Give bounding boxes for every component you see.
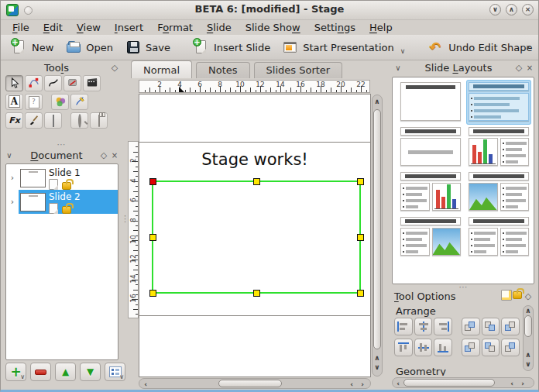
stamp-tool-button[interactable] — [64, 75, 81, 91]
move-down-button[interactable]: ▼ — [80, 363, 101, 381]
note-icon[interactable] — [501, 290, 512, 304]
toolbar-overflow-arrow[interactable]: › — [526, 41, 535, 53]
scroll-left-arrow[interactable]: ‹ — [393, 380, 403, 387]
layout-title-subtitle[interactable] — [399, 126, 462, 169]
send-backward-button[interactable] — [462, 339, 480, 356]
selection-handle[interactable] — [357, 290, 364, 297]
text-tool-button[interactable]: A — [5, 94, 23, 110]
float-docker-icon[interactable]: ◇ — [513, 63, 524, 74]
new-button[interactable]: +New — [5, 37, 60, 57]
menu-item-slide[interactable]: Slide — [200, 21, 239, 34]
collapse-docker-icon[interactable]: ∨ — [393, 63, 403, 74]
menu-item-format[interactable]: Format — [150, 21, 200, 34]
menu-item-settings[interactable]: Settings — [307, 21, 362, 34]
zoom-tool-button[interactable] — [70, 112, 88, 129]
align-bottom-button[interactable] — [434, 339, 452, 356]
insert-slide-button[interactable]: +Insert Slide — [187, 37, 276, 57]
slide-row-body[interactable]: Slide 1 — [19, 166, 118, 190]
pointer-tool-button[interactable] — [5, 75, 23, 91]
layout-title-bullets[interactable] — [467, 81, 530, 124]
effects-tool-button[interactable]: Fx — [5, 112, 23, 129]
horizontal-scroll-thumb[interactable] — [403, 379, 495, 387]
layout-title-only[interactable] — [399, 81, 462, 124]
layout-title-bullets-chart[interactable] — [399, 170, 462, 214]
vertical-scroll-thumb[interactable] — [373, 109, 381, 349]
add-slide-button[interactable]: +∨ — [5, 363, 26, 381]
view-mode-button[interactable]: ∨ — [105, 363, 125, 381]
tool-options-vertical-scrollbar[interactable]: ∧ ∧ ∨ — [523, 305, 534, 371]
tab-slides-sorter[interactable]: Slides Sorter — [254, 62, 343, 78]
open-button[interactable]: Open — [60, 37, 119, 57]
close-docker-icon[interactable]: × — [109, 150, 120, 161]
align-center-v-button[interactable] — [414, 339, 433, 356]
align-right-button[interactable] — [434, 318, 452, 335]
close-button[interactable]: × — [522, 4, 534, 15]
layout-title-bullets-image[interactable] — [399, 215, 462, 259]
ink-pen-tool-button[interactable] — [70, 94, 88, 110]
tool-options-horizontal-scrollbar[interactable]: ‹ ‹ › — [392, 377, 534, 388]
scroll-right-arrow[interactable]: › — [358, 380, 367, 388]
close-docker-icon[interactable]: × — [524, 63, 535, 74]
selection-handle[interactable] — [253, 178, 260, 185]
bring-to-front-button[interactable] — [482, 318, 500, 335]
expander-icon[interactable]: › — [6, 166, 19, 190]
scroll-up-arrow[interactable]: ∧ — [524, 351, 533, 359]
menu-item-file[interactable]: File — [5, 21, 36, 34]
slide-row-body[interactable]: Slide 2 — [19, 190, 118, 214]
dropdown-arrow-icon[interactable]: ∨ — [20, 373, 25, 380]
save-button[interactable]: Save — [119, 37, 177, 57]
menu-item-slide-show[interactable]: Slide Show — [239, 21, 307, 34]
layout-title-two-bullets[interactable] — [467, 215, 530, 259]
selected-shape-outline[interactable] — [152, 181, 361, 294]
delete-slide-button[interactable] — [30, 363, 51, 381]
menu-item-insert[interactable]: Insert — [108, 21, 150, 34]
align-center-h-button[interactable] — [414, 318, 433, 335]
layout-title-image-bullets[interactable] — [467, 170, 530, 214]
scroll-up-arrow[interactable]: ∧ — [524, 307, 533, 315]
scroll-left-arrow[interactable]: ‹ — [141, 380, 150, 388]
scroll-right-arrow[interactable]: › — [518, 380, 527, 387]
float-docker-icon[interactable]: ◇ — [109, 63, 120, 74]
brush-tool-button[interactable] — [25, 112, 43, 129]
maximize-button[interactable]: ∧ — [506, 4, 517, 15]
align-top-button[interactable] — [394, 339, 413, 356]
slide-list-item[interactable]: ›Slide 1 — [6, 166, 118, 190]
notes-tool-button[interactable]: ? — [25, 94, 43, 110]
scroll-up-arrow[interactable]: ∧ — [372, 354, 382, 362]
pan-tool-button[interactable] — [90, 112, 108, 129]
scroll-up-arrow[interactable]: ∧ — [372, 98, 382, 105]
selection-handle[interactable] — [357, 234, 364, 241]
dropdown-arrow-icon[interactable]: ∨ — [400, 47, 406, 55]
shape-collection-tool-button[interactable] — [51, 94, 69, 110]
selection-handle[interactable] — [357, 178, 364, 185]
start-presentation-button[interactable]: Start Presentation∨ — [276, 37, 411, 57]
float-docker-icon[interactable]: ◇ — [98, 150, 109, 161]
freehand-path-tool-button[interactable] — [44, 75, 62, 91]
menu-item-help[interactable]: Help — [362, 21, 400, 34]
selection-handle[interactable] — [149, 290, 156, 297]
animation-tool-button[interactable] — [83, 75, 101, 91]
ungroup-button[interactable] — [501, 339, 520, 356]
menu-item-edit[interactable]: Edit — [36, 21, 70, 34]
canvas-horizontal-scrollbar[interactable]: ‹ ‹ › — [139, 378, 371, 389]
float-docker-icon[interactable]: ◇ — [523, 291, 534, 302]
left-dock-splitter[interactable]: ⋮ — [121, 218, 127, 221]
scroll-down-arrow[interactable]: ∨ — [524, 360, 533, 368]
undo-edit-shape-button[interactable]: ↶Undo Edit Shape — [422, 37, 538, 57]
dropdown-arrow-icon[interactable]: ∨ — [119, 373, 124, 380]
selection-handle[interactable] — [253, 290, 260, 297]
send-to-back-button[interactable] — [482, 339, 500, 356]
tab-normal[interactable]: Normal — [131, 60, 192, 78]
align-left-button[interactable] — [394, 318, 413, 335]
vertical-scroll-thumb[interactable] — [524, 315, 532, 337]
layout-title-chart-bullets[interactable] — [467, 126, 530, 169]
horizontal-scroll-thumb[interactable] — [218, 380, 282, 387]
slide-list-item[interactable]: ›Slide 2 — [6, 190, 118, 214]
collapse-docker-icon[interactable]: ∨ — [4, 150, 15, 161]
scroll-left-arrow[interactable]: ‹ — [347, 380, 356, 388]
expander-icon[interactable]: › — [6, 190, 19, 214]
menu-item-view[interactable]: View — [70, 21, 108, 34]
tools-document-splitter[interactable]: ⋯ — [1, 143, 123, 147]
lock-icon[interactable] — [512, 291, 523, 302]
canvas-vertical-scrollbar[interactable]: ∧ ∧ ∨ — [372, 95, 383, 377]
